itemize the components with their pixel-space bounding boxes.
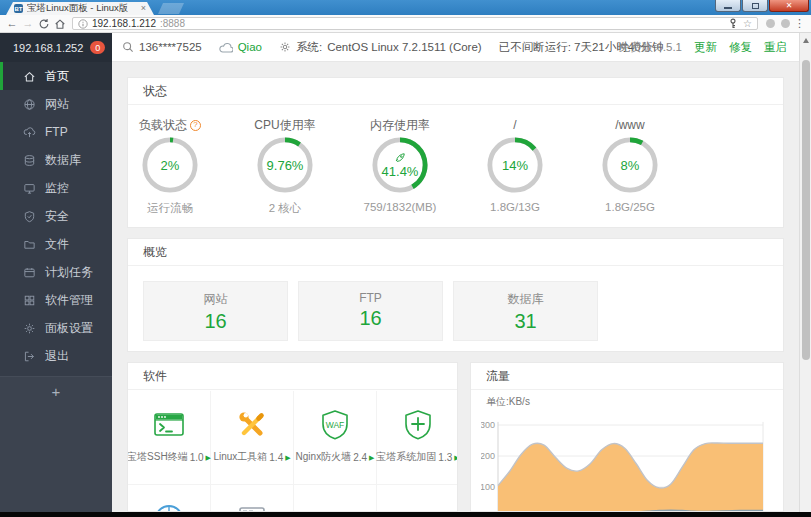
- window-close-button[interactable]: ✕: [769, 0, 809, 12]
- sidebar-item-database[interactable]: 数据库: [0, 146, 112, 174]
- sidebar-item-security[interactable]: 安全: [0, 202, 112, 230]
- software-item-empty: [294, 485, 377, 512]
- screen: BT 宝塔Linux面板 - Linux版 × ✕ ← → 192.168.1.…: [0, 0, 811, 517]
- svg-text:200: 200: [481, 451, 495, 461]
- page-scrollbar[interactable]: [799, 33, 811, 512]
- favicon: BT: [14, 4, 23, 13]
- browser-toolbar: ← → 192.168.1.212:8888 ☆ ⋮: [0, 15, 811, 33]
- play-icon: ▶: [369, 454, 374, 461]
- key-icon[interactable]: [728, 18, 738, 29]
- status-card: 状态 负载状态? 2% 运行流畅 CPU使用率 9.76% 2 核心 内存使用率: [127, 77, 784, 228]
- software-card-title: 软件: [128, 363, 457, 390]
- refresh-icon[interactable]: [38, 18, 50, 30]
- extension-icon[interactable]: [766, 19, 775, 28]
- back-icon[interactable]: ←: [4, 18, 20, 29]
- help-icon[interactable]: ?: [190, 120, 201, 131]
- url-text: 192.168.1.212: [92, 18, 156, 29]
- gauge-disk-root: / 14% 1.8G/13G: [460, 118, 570, 213]
- sidebar-footer: +: [0, 376, 112, 512]
- sidebar: 首页 网站 FTP 数据库 监控 安全 文件 计划任务: [0, 62, 112, 512]
- shield-check-icon: [23, 210, 36, 223]
- new-tab-button[interactable]: [158, 3, 184, 14]
- waf-shield-icon: WAF: [318, 408, 352, 442]
- message-badge[interactable]: 0: [90, 41, 105, 54]
- url-bar[interactable]: 192.168.1.212:8888 ☆: [72, 17, 758, 30]
- overview-box-database[interactable]: 数据库 31: [453, 281, 598, 341]
- bound-phone[interactable]: 136****7525: [122, 41, 202, 53]
- forward-icon[interactable]: →: [20, 18, 36, 29]
- account[interactable]: Qiao: [219, 41, 262, 53]
- panel-topbar: 136****7525 Qiao 系统: CentOS Linux 7.2.15…: [112, 33, 799, 62]
- svg-text:100: 100: [481, 482, 495, 492]
- browser-tab[interactable]: BT 宝塔Linux面板 - Linux版 ×: [6, 2, 154, 15]
- window-minimize-button[interactable]: [715, 0, 741, 12]
- folder-icon: [23, 238, 36, 251]
- gauge-memory: 内存使用率 41.4% 759/1832(MB): [345, 118, 455, 213]
- version-label: 免费版 6.5.1: [619, 40, 682, 55]
- calendar-icon: [23, 266, 36, 279]
- software-item-partial-1[interactable]: [128, 485, 211, 512]
- overview-box-ftp[interactable]: FTP 16: [298, 281, 443, 341]
- gear-icon: [279, 41, 291, 53]
- scrollbar-up-icon[interactable]: [803, 38, 809, 43]
- browser-titlebar: BT 宝塔Linux面板 - Linux版 × ✕: [0, 0, 811, 15]
- extension-icon[interactable]: [781, 19, 790, 28]
- svg-text:300: 300: [481, 420, 495, 430]
- overview-box-website[interactable]: 网站 16: [143, 281, 288, 341]
- status-card-title: 状态: [128, 78, 783, 105]
- server-ip: 192.168.1.252: [13, 42, 83, 54]
- sidebar-item-website[interactable]: 网站: [0, 90, 112, 118]
- logout-icon: [23, 350, 36, 363]
- overview-card: 概览 网站 16 FTP 16 数据库 31: [127, 238, 784, 352]
- sidebar-item-logout[interactable]: 退出: [0, 342, 112, 370]
- sidebar-item-ftp[interactable]: FTP: [0, 118, 112, 146]
- disk-www-gauge-ring: 8%: [601, 136, 659, 194]
- software-item-nginx-waf[interactable]: WAF Nginx防火墙2.4▶: [294, 391, 377, 485]
- gauge-load: 负载状态? 2% 运行流畅: [115, 118, 225, 216]
- software-item-linux-toolbox[interactable]: Linux工具箱1.4▶: [211, 391, 294, 485]
- home-icon[interactable]: [54, 18, 66, 30]
- window-maximize-button[interactable]: [742, 0, 768, 12]
- url-port: :8888: [160, 18, 185, 29]
- tab-title: 宝塔Linux面板 - Linux版: [27, 2, 128, 15]
- sidebar-item-monitor[interactable]: 监控: [0, 174, 112, 202]
- sidebar-item-settings[interactable]: 面板设置: [0, 314, 112, 342]
- globe-icon: [23, 98, 36, 111]
- ftp-upload-icon: [23, 126, 36, 139]
- svg-text:WAF: WAF: [326, 420, 345, 430]
- home-icon: [23, 70, 36, 83]
- scrollbar-thumb[interactable]: [802, 60, 810, 360]
- software-item-ssh-terminal[interactable]: 宝塔SSH终端1.0▶: [128, 391, 211, 485]
- browser-menu-icon[interactable]: ⋮: [794, 18, 805, 29]
- gauge-disk-www: /www 8% 1.8G/25G: [575, 118, 685, 213]
- memory-gauge-ring: 41.4%: [371, 136, 429, 194]
- taskbar-strip: [0, 512, 811, 517]
- sidebar-item-software[interactable]: 软件管理: [0, 286, 112, 314]
- cpu-gauge-ring: 9.76%: [256, 136, 314, 194]
- sidebar-item-home[interactable]: 首页: [0, 62, 112, 90]
- software-item-system-hardening[interactable]: 宝塔系统加固1.3▶: [377, 391, 458, 485]
- sidebar-item-cron[interactable]: 计划任务: [0, 258, 112, 286]
- minimize-icon: [724, 7, 732, 9]
- rocket-icon[interactable]: [394, 151, 406, 163]
- cloud-icon: [219, 42, 233, 53]
- disk-root-gauge-ring: 14%: [486, 136, 544, 194]
- bookmark-star-icon[interactable]: ☆: [743, 19, 752, 29]
- traffic-card: 流量 单位:KB/s 100200300: [470, 362, 784, 512]
- sidebar-item-files[interactable]: 文件: [0, 230, 112, 258]
- software-item-partial-2[interactable]: [211, 485, 294, 512]
- search-icon: [122, 41, 134, 53]
- software-item-empty: [377, 485, 458, 512]
- repair-link[interactable]: 修复: [729, 40, 752, 55]
- gear-icon: [23, 322, 36, 335]
- tab-close-icon[interactable]: ×: [141, 4, 146, 13]
- terminal-icon: [152, 408, 186, 442]
- shield-plus-icon: [401, 408, 435, 442]
- dial-icon: [152, 502, 186, 512]
- restart-link[interactable]: 重启: [764, 40, 787, 55]
- traffic-card-title: 流量: [471, 363, 783, 390]
- add-menu-button[interactable]: +: [52, 384, 61, 512]
- play-icon: ▶: [285, 454, 290, 461]
- info-icon[interactable]: [78, 19, 88, 29]
- update-link[interactable]: 更新: [694, 40, 717, 55]
